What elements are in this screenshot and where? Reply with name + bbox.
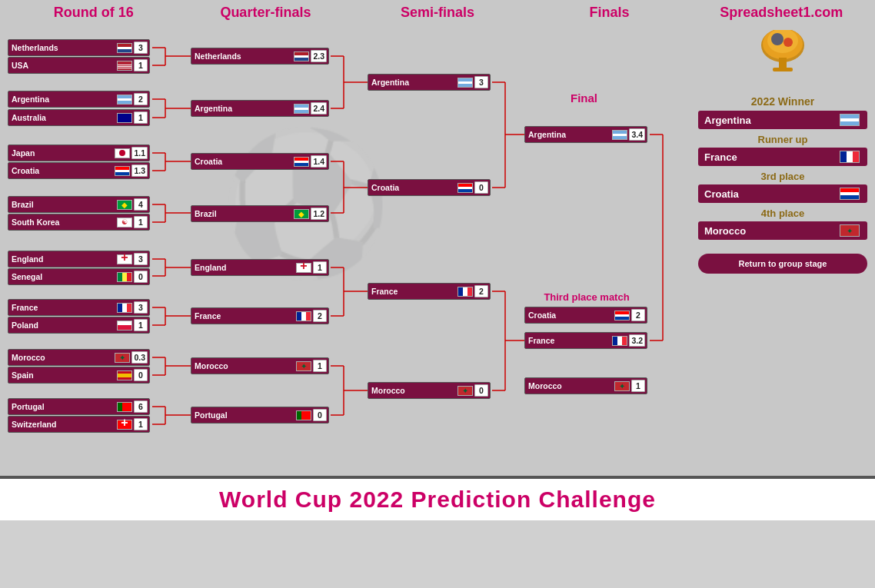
flag-croatia-third: [614, 311, 630, 321]
r16-argentina: Argentina 2: [8, 91, 150, 108]
r16-southkorea: South Korea 1: [8, 214, 150, 231]
header-r16: Round of 16: [8, 5, 180, 21]
flag-argentina-qf: [294, 104, 309, 114]
flag-japan: [115, 148, 130, 158]
footer: World Cup 2022 Prediction Challenge: [0, 476, 875, 520]
qf-brazil: Brazil 1.2: [191, 205, 329, 222]
qf-morocco: Morocco 1: [191, 357, 329, 374]
fourth-label: 4th place: [698, 208, 867, 219]
fourth-name: Morocco: [704, 225, 838, 237]
flag-senegal: [117, 272, 132, 282]
flag-brazil: [117, 200, 132, 210]
flag-france-final: [612, 336, 627, 346]
return-button[interactable]: Return to group stage: [698, 254, 867, 274]
flag-france-qf: [296, 311, 311, 321]
header-final: Finals: [524, 5, 696, 21]
flag-netherlands: [117, 43, 132, 53]
winner-name: Argentina: [704, 115, 838, 126]
third-name: Croatia: [704, 188, 838, 200]
r16-england: England 3: [8, 251, 150, 267]
qf-england: England 1: [191, 259, 329, 276]
flag-portugal: [117, 402, 132, 412]
winner-row: Argentina: [698, 111, 867, 129]
qf-portugal: Portugal 0: [191, 407, 329, 424]
third-place-label: Third place match: [521, 291, 652, 303]
flag-argentina: [117, 95, 132, 105]
flag-argentina-sf: [457, 78, 473, 88]
final-label: Final: [524, 91, 644, 105]
r16-usa: USA 1: [8, 57, 150, 74]
flag-netherlands-qf: [294, 51, 309, 61]
runner-label: Runner up: [698, 134, 867, 145]
sf-france: France 2: [368, 283, 491, 300]
r16-netherlands: Netherlands 3: [8, 39, 150, 56]
trophy-icon: [756, 30, 810, 91]
r16-morocco: Morocco 0.3: [8, 349, 150, 366]
flag-croatia-r16: [115, 166, 130, 176]
flag-switzerland: [117, 420, 132, 430]
qf-croatia: Croatia 1.4: [191, 153, 329, 170]
flag-morocco-qf: [296, 361, 311, 371]
flag-croatia-sf: [457, 183, 473, 193]
third-label: 3rd place: [698, 171, 867, 182]
r16-france: France 3: [8, 299, 150, 316]
flag-brazil-qf: [294, 209, 309, 219]
r16-croatia: Croatia 1.3: [8, 162, 150, 179]
bracket-area: ⚽: [0, 22, 875, 476]
third-morocco: Morocco 1: [524, 377, 647, 394]
footer-text: World Cup 2022 Prediction Challenge: [219, 487, 656, 512]
r16-australia: Australia 1: [8, 109, 150, 126]
header-row: Round of 16 Quarter-finals Semi-finals F…: [0, 0, 875, 22]
runner-row: France: [698, 148, 867, 166]
flag-usa: [117, 61, 132, 71]
svg-rect-65: [773, 68, 793, 71]
flag-croatia-qf: [294, 157, 309, 167]
svg-point-62: [771, 33, 784, 45]
r16-brazil: Brazil 4: [8, 196, 150, 213]
flag-runner: [840, 151, 860, 163]
flag-winner: [840, 114, 860, 126]
flag-poland: [117, 321, 132, 331]
svg-rect-64: [779, 58, 787, 68]
header-sf: Semi-finals: [351, 5, 524, 21]
third-croatia: Croatia 2: [524, 307, 647, 324]
flag-morocco-r16: [115, 353, 130, 363]
flag-fourth: [840, 224, 860, 237]
flag-portugal-qf: [296, 410, 311, 420]
flag-england-qf: [296, 263, 311, 273]
r16-japan: Japan 1.1: [8, 145, 150, 161]
main-container: Round of 16 Quarter-finals Semi-finals F…: [0, 0, 875, 588]
qf-france: France 2: [191, 307, 329, 324]
fourth-row: Morocco: [698, 221, 867, 240]
third-row: Croatia: [698, 184, 867, 203]
flag-southkorea: [117, 218, 132, 228]
qf-argentina: Argentina 2.4: [191, 100, 329, 117]
r16-switzerland: Switzerland 1: [8, 416, 150, 433]
r16-portugal: Portugal 6: [8, 398, 150, 415]
r16-senegal: Senegal 0: [8, 268, 150, 285]
sf-argentina: Argentina 3: [368, 74, 491, 91]
flag-australia: [117, 113, 132, 123]
flag-argentina-final: [612, 130, 627, 140]
flag-morocco-third: [614, 381, 630, 391]
trophy-area: [698, 30, 867, 91]
header-site: Spreadsheet1.com: [695, 5, 867, 21]
final-argentina: Argentina 3.4: [524, 126, 647, 143]
flag-france-sf: [457, 287, 473, 297]
flag-third: [840, 188, 860, 200]
results-panel: 2022 Winner Argentina Runner up France 3…: [698, 30, 867, 274]
flag-spain: [117, 370, 132, 380]
svg-point-63: [784, 38, 793, 47]
flag-england: [117, 254, 132, 264]
winner-label: 2022 Winner: [698, 95, 867, 108]
r16-spain: Spain 0: [8, 367, 150, 384]
final-france: France 3.2: [524, 332, 647, 349]
header-qf: Quarter-finals: [180, 5, 352, 21]
flag-france-r16: [117, 303, 132, 313]
sf-croatia: Croatia 0: [368, 179, 491, 196]
r16-poland: Poland 1: [8, 317, 150, 334]
runner-name: France: [704, 151, 838, 163]
flag-morocco-sf: [457, 386, 473, 396]
sf-morocco: Morocco 0: [368, 382, 491, 399]
qf-netherlands: Netherlands 2.3: [191, 48, 329, 65]
